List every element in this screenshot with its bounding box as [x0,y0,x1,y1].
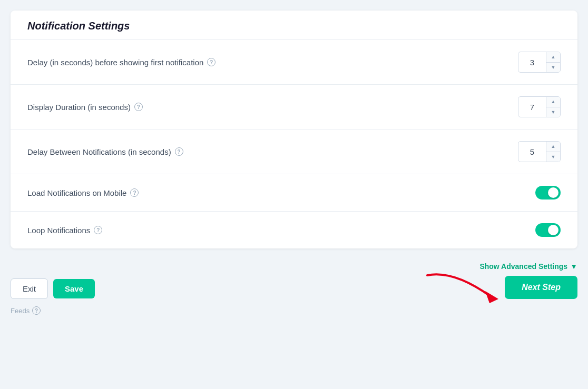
display-duration-input[interactable] [518,103,546,112]
loop-toggle[interactable] [535,223,561,237]
delay-between-up-btn[interactable]: ▲ [546,142,560,152]
bottom-text: Feeds [11,307,30,315]
display-duration-label: Display Duration (in seconds) [27,103,131,112]
delay-first-row: Delay (in seconds) before showing first … [11,40,577,85]
card-header: Notification Settings [11,11,577,40]
delay-first-help-icon[interactable]: ? [207,58,215,66]
svg-marker-0 [485,291,498,303]
delay-between-input[interactable] [518,147,546,156]
page-wrapper: Notification Settings Delay (in seconds)… [11,11,577,389]
next-step-button[interactable]: Next Step [505,276,577,299]
display-duration-help-icon[interactable]: ? [134,103,143,111]
exit-button[interactable]: Exit [11,278,48,299]
delay-first-spinner: ▲ ▼ [546,52,560,72]
delay-between-help-icon[interactable]: ? [175,147,183,156]
delay-first-input[interactable] [518,58,546,67]
loop-label: Loop Notifications [27,226,90,235]
display-duration-up-btn[interactable]: ▲ [546,97,560,107]
display-duration-input-wrap: ▲ ▼ [518,96,561,117]
display-duration-spinner: ▲ ▼ [546,97,560,117]
mobile-label: Load Notifications on Mobile [27,188,126,197]
delay-between-label: Delay Between Notifications (in seconds) [27,147,171,156]
delay-first-down-btn[interactable]: ▼ [546,63,560,73]
footer-right: Show Advanced Settings ▼ Next Step [479,262,577,299]
show-advanced-chevron-icon: ▼ [570,262,577,271]
display-duration-row: Display Duration (in seconds) ? ▲ ▼ [11,85,577,129]
mobile-toggle-slider [535,186,561,200]
delay-between-down-btn[interactable]: ▼ [546,152,560,162]
show-advanced-button[interactable]: Show Advanced Settings ▼ [479,262,577,271]
display-duration-down-btn[interactable]: ▼ [546,107,560,117]
delay-first-label: Delay (in seconds) before showing first … [27,58,203,67]
save-button[interactable]: Save [53,279,95,298]
loop-help-icon[interactable]: ? [94,226,102,234]
loop-label-wrap: Loop Notifications ? [27,226,102,235]
mobile-row: Load Notifications on Mobile ? [11,174,577,212]
arrow-annotation [422,267,506,304]
delay-first-input-wrap: ▲ ▼ [518,52,561,73]
mobile-toggle[interactable] [535,186,561,200]
display-duration-label-wrap: Display Duration (in seconds) ? [27,103,143,112]
show-advanced-label: Show Advanced Settings [479,262,567,271]
delay-between-label-wrap: Delay Between Notifications (in seconds)… [27,147,183,156]
footer-section: Exit Save Show Advanced Settings ▼ Next … [11,257,577,304]
footer-left: Exit Save [11,278,95,299]
mobile-help-icon[interactable]: ? [130,188,139,197]
loop-row: Loop Notifications ? [11,212,577,248]
delay-between-input-wrap: ▲ ▼ [518,141,561,162]
bottom-label-row: Feeds ? [11,304,577,315]
delay-between-row: Delay Between Notifications (in seconds)… [11,129,577,174]
notification-settings-card: Notification Settings Delay (in seconds)… [11,11,577,248]
loop-toggle-slider [535,223,561,237]
bottom-help-icon[interactable]: ? [32,306,41,315]
delay-first-up-btn[interactable]: ▲ [546,52,560,63]
page-title: Notification Settings [27,20,130,32]
delay-first-label-wrap: Delay (in seconds) before showing first … [27,58,215,67]
delay-between-spinner: ▲ ▼ [546,142,560,162]
mobile-label-wrap: Load Notifications on Mobile ? [27,188,139,197]
